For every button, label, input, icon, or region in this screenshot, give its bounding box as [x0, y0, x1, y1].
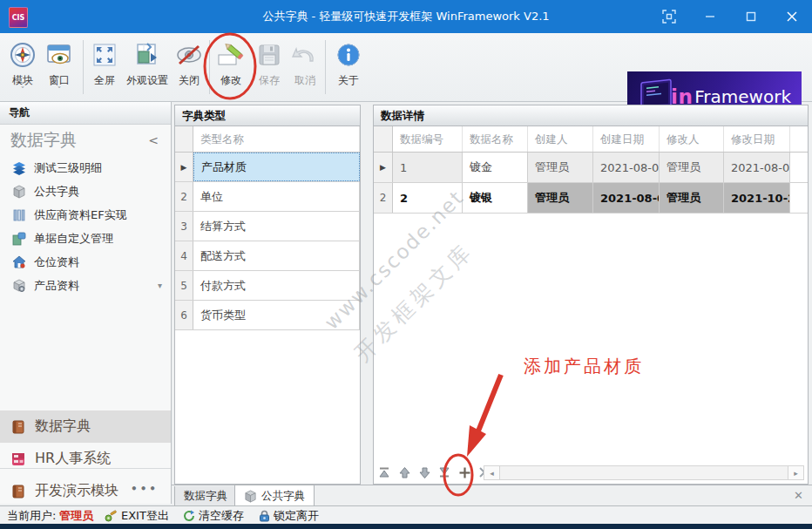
row-indicator-header [374, 126, 393, 152]
title-bar: CIS 公共字典 - 轻量级可快速开发框架 WinFramework V2.1 [0, 0, 812, 33]
dict-row[interactable]: 6 货币类型 [175, 301, 360, 330]
pencil-icon [213, 37, 249, 72]
next-record-button[interactable] [417, 465, 431, 479]
toolbar-separator [209, 40, 210, 94]
sidebar-item-label: 供应商资料EF实现 [34, 207, 127, 223]
sidebar-item-public-dict[interactable]: 公共字典 [0, 180, 171, 203]
refresh-icon [183, 510, 195, 522]
dict-row[interactable]: 2 单位 [175, 182, 360, 212]
column-header[interactable]: 修改日期 [724, 126, 790, 152]
detail-row-selected[interactable]: 2 2 镀银 管理员 2021-08-07 管理员 2021-10-22 [374, 183, 808, 214]
detail-cell[interactable]: 管理员 [528, 153, 593, 182]
sidebar-item-label: 产品资料 [34, 278, 79, 294]
floppy-icon [252, 37, 287, 72]
dict-cell-name[interactable]: 付款方式 [193, 271, 360, 300]
scroll-right-icon[interactable]: ▸ [788, 466, 803, 479]
tab-close-icon[interactable]: ✕ [794, 489, 803, 502]
window-button[interactable]: 窗口 ˅ [40, 37, 78, 92]
detail-cell[interactable]: 2021-10-22 [724, 183, 790, 213]
current-row-indicator: ▶ [175, 153, 193, 181]
first-record-button[interactable] [377, 465, 391, 479]
dict-type-panel: 字典类型 类型名称 ▶ 产品材质 2 单位 3 结算方式 4 配送方式 5 付款… [174, 105, 361, 485]
sidebar-item-warehouse[interactable]: 仓位资料 [0, 250, 171, 274]
last-record-button[interactable] [437, 465, 451, 479]
column-header[interactable]: 数据名称 [463, 126, 528, 152]
detail-cell[interactable]: 2021-08-07 [593, 153, 660, 182]
row-number: 3 [175, 212, 193, 241]
snap-layout-icon[interactable] [648, 0, 689, 33]
edit-button[interactable]: 修改 [213, 37, 249, 86]
toolbar-separator [325, 40, 326, 94]
previous-record-button[interactable] [397, 465, 411, 479]
sidebar-item-product[interactable]: 产品资料 ▾ [0, 274, 171, 297]
dict-row[interactable]: 3 结算方式 [175, 212, 360, 241]
logout-button[interactable]: EXIT登出 [105, 508, 169, 524]
tab-data-dict[interactable]: 数据字典 [174, 486, 237, 505]
logout-label: EXIT登出 [121, 508, 169, 524]
dict-cell-name[interactable]: 单位 [193, 182, 360, 211]
column-header[interactable]: 数据编号 [393, 126, 463, 152]
main-toolbar: 模块 ˅ 窗口 ˅ 全屏 [0, 33, 812, 102]
tab-label: 数据字典 [184, 489, 227, 504]
sidebar-item-test-detail[interactable]: 测试三级明细 [0, 156, 171, 180]
lock-leave-button[interactable]: 锁定离开 [259, 508, 319, 524]
dict-cell-name[interactable]: 货币类型 [193, 301, 360, 329]
detail-cell[interactable]: 1 [393, 153, 463, 182]
dict-cell-name[interactable]: 配送方式 [193, 241, 360, 270]
detail-cell[interactable]: 镀金 [463, 153, 528, 182]
detail-cell[interactable]: 管理员 [660, 153, 724, 182]
row-number: 2 [374, 183, 393, 213]
sidebar-item-custom-form[interactable]: 单据自定义管理 [0, 227, 171, 250]
dict-panel-title: 字典类型 [175, 105, 360, 126]
hr-icon [10, 451, 26, 467]
tab-public-dict[interactable]: 公共字典 [234, 485, 315, 506]
dict-row[interactable]: 4 配送方式 [175, 241, 360, 271]
dropdown-icon[interactable]: ▾ [158, 281, 162, 290]
detail-cell[interactable]: 2021-08-07 [724, 153, 790, 182]
column-header-type-name[interactable]: 类型名称 [193, 126, 360, 152]
maximize-button[interactable] [730, 0, 771, 33]
toolbar-separator [83, 40, 84, 94]
sidebar-item-label: 测试三级明细 [34, 160, 102, 176]
module-group-data-dict[interactable]: 数据字典 [0, 410, 171, 443]
save-label: 保存 [259, 74, 280, 86]
detail-cell[interactable]: 镀银 [463, 183, 528, 213]
scroll-left-icon[interactable]: ◂ [484, 466, 500, 479]
columns-icon [12, 208, 26, 222]
dict-row[interactable]: ▶ 产品材质 [175, 153, 360, 182]
column-header[interactable]: 创建日期 [593, 126, 660, 152]
undo-icon [288, 37, 322, 72]
save-button[interactable]: 保存 [252, 37, 287, 86]
fullscreen-button[interactable]: 全屏 [87, 37, 122, 86]
sidebar-item-label: 仓位资料 [34, 254, 79, 270]
about-button[interactable]: 关于 [330, 37, 367, 86]
clear-cache-button[interactable]: 清空缓存 [183, 508, 244, 524]
column-header[interactable]: 创建人 [528, 126, 593, 152]
detail-cell[interactable]: 管理员 [528, 183, 593, 213]
module-button[interactable]: 模块 ˅ [5, 37, 40, 92]
detail-cell[interactable]: 2021-08-07 [593, 183, 660, 213]
collapse-icon[interactable]: < [148, 133, 159, 147]
add-record-button[interactable] [457, 465, 471, 479]
cancel-button[interactable]: 取消 [288, 37, 322, 86]
current-user-value: 管理员 [59, 508, 93, 524]
detail-cell[interactable]: 2 [393, 183, 463, 213]
overflow-button[interactable]: ••• [131, 483, 159, 495]
eye-slash-icon [172, 37, 206, 72]
sidebar-group-header[interactable]: 数据字典 < [0, 125, 171, 156]
dict-cell-name[interactable]: 产品材质 [193, 153, 360, 181]
minimize-button[interactable] [689, 0, 730, 33]
dict-row[interactable]: 5 付款方式 [175, 271, 360, 301]
appearance-button[interactable]: 外观设置 [123, 37, 172, 86]
close-button[interactable] [771, 0, 812, 33]
detail-row[interactable]: ▶ 1 镀金 管理员 2021-08-07 管理员 2021-08-07 [374, 153, 808, 183]
column-header[interactable]: 修改人 [660, 126, 724, 152]
close-module-button[interactable]: 关闭 [172, 37, 206, 86]
sidebar-item-supplier-ef[interactable]: 供应商资料EF实现 [0, 203, 171, 227]
current-user-label: 当前用户: [7, 508, 56, 524]
fullscreen-icon [87, 37, 122, 72]
dict-cell-name[interactable]: 结算方式 [193, 212, 360, 241]
horizontal-scrollbar[interactable]: ◂ ▸ [484, 465, 804, 480]
current-row-indicator: ▶ [374, 153, 393, 182]
detail-cell[interactable]: 管理员 [660, 183, 724, 213]
